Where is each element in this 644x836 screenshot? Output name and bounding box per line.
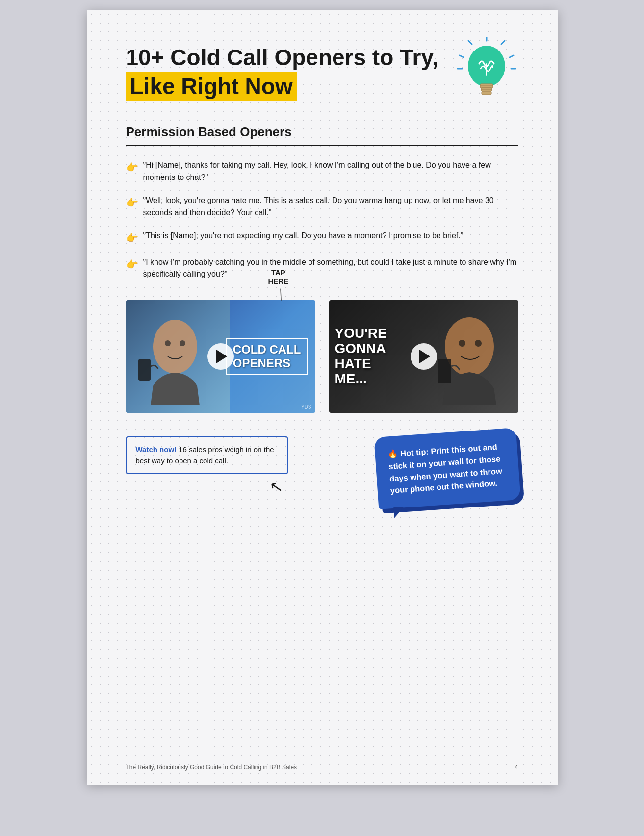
svg-line-3: [468, 41, 472, 44]
quotes-list: 👉 "Hi [Name], thanks for taking my call.…: [126, 159, 518, 280]
quote-item: 👉 "Hi [Name], thanks for taking my call.…: [126, 159, 518, 184]
quote-item: 👉 "Well, look, you're gonna hate me. Thi…: [126, 195, 518, 219]
title-line2-wrapper: Like Right Now: [126, 72, 297, 101]
video-right-overlay: YOU'RE GONNA HATE ME...: [335, 327, 387, 387]
hot-tip-icon: 🔥: [387, 449, 401, 459]
svg-point-19: [459, 340, 465, 347]
svg-rect-17: [138, 359, 151, 381]
videos-section: TAP HERE ╲: [126, 300, 518, 413]
svg-point-14: [153, 320, 197, 374]
watch-now-wrapper: Watch now! 16 sales pros weigh in on the…: [126, 428, 293, 474]
quote-icon-1: 👉: [126, 160, 138, 175]
person-face-left: [131, 310, 219, 405]
video-thumb-left[interactable]: COLD CALL OPENERS YDS: [126, 300, 315, 413]
hot-tip-area: 🔥 Hot tip: Print this out and stick it o…: [308, 428, 518, 505]
quote-item: 👉 "This is [Name]; you're not expecting …: [126, 230, 518, 246]
hot-tip-container: 🔥 Hot tip: Print this out and stick it o…: [374, 428, 521, 509]
play-button-left[interactable]: [207, 343, 234, 370]
cursor-arrow-icon: ↖: [268, 477, 284, 497]
svg-rect-11: [482, 91, 491, 95]
hot-tip-text: Hot tip: Print this out and stick it on …: [388, 442, 502, 495]
watch-now-link[interactable]: Watch now!: [136, 445, 177, 454]
footer-left: The Really, Ridiculously Good Guide to C…: [126, 764, 297, 771]
svg-point-16: [180, 340, 185, 346]
lightbulb-icon: [455, 37, 518, 110]
svg-point-20: [475, 340, 482, 347]
title-line2: Like Right Now: [130, 74, 293, 99]
play-triangle-right: [419, 350, 430, 363]
video-thumb-right[interactable]: YOU'RE GONNA HATE ME...: [329, 300, 518, 413]
speech-bubble: 🔥 Hot tip: Print this out and stick it o…: [374, 428, 521, 509]
quote-text-1: "Hi [Name], thanks for taking my call. H…: [143, 159, 518, 184]
watch-now-box[interactable]: Watch now! 16 sales pros weigh in on the…: [126, 436, 288, 474]
quote-icon-2: 👉: [126, 195, 138, 210]
play-triangle-left: [216, 350, 227, 363]
bubble-tail: [393, 507, 405, 518]
play-button-right[interactable]: [411, 343, 437, 370]
videos-row: COLD CALL OPENERS YDS: [126, 300, 518, 413]
video-left-text-box: COLD CALL OPENERS: [226, 338, 308, 375]
bottom-section: Watch now! 16 sales pros weigh in on the…: [126, 428, 518, 505]
svg-line-4: [460, 55, 464, 57]
tap-here-label: TAP HERE: [268, 268, 289, 286]
svg-rect-21: [438, 359, 451, 383]
video-left-overlay: COLD CALL OPENERS: [233, 343, 301, 370]
video-watermark-left: YDS: [301, 405, 311, 410]
footer-page-number: 4: [515, 764, 518, 771]
quote-icon-3: 👉: [126, 230, 138, 246]
svg-point-15: [165, 340, 171, 346]
footer: The Really, Ridiculously Good Guide to C…: [126, 764, 518, 771]
quote-item: 👉 "I know I'm probably catching you in t…: [126, 256, 518, 281]
svg-line-1: [501, 41, 505, 44]
tap-here-arrow: ╲: [276, 289, 285, 301]
section-heading: Permission Based Openers: [126, 125, 518, 146]
svg-point-18: [445, 317, 494, 376]
quote-text-4: "I know I'm probably catching you in the…: [143, 256, 518, 281]
quote-text-3: "This is [Name]; you're not expecting my…: [143, 230, 518, 242]
page: 10+ Cold Call Openers to Try, Like Right…: [87, 10, 558, 785]
svg-line-2: [510, 55, 514, 57]
quote-text-2: "Well, look, you're gonna hate me. This …: [143, 195, 518, 219]
quote-icon-4: 👉: [126, 257, 138, 272]
